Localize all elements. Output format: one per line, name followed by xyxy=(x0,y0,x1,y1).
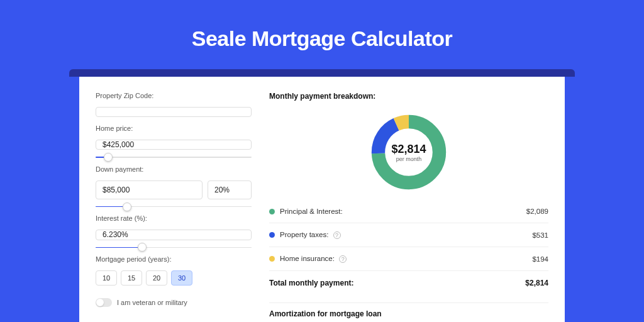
home-price-slider-thumb[interactable] xyxy=(104,153,113,162)
interest-rate-label: Interest rate (%): xyxy=(96,214,252,222)
line-label: Property taxes: ? xyxy=(280,231,532,239)
line-home-insurance: Home insurance: ? $194 xyxy=(269,255,548,263)
dot-icon xyxy=(269,209,275,214)
window-chrome xyxy=(69,69,575,77)
total-row: Total monthly payment: $2,814 xyxy=(269,279,548,287)
home-price-label: Home price: xyxy=(96,125,252,132)
down-payment-input[interactable]: $85,000 xyxy=(96,180,203,199)
down-payment-slider-thumb[interactable] xyxy=(123,203,131,211)
total-label: Total monthly payment: xyxy=(269,279,525,287)
veteran-toggle[interactable] xyxy=(96,298,112,307)
dot-icon xyxy=(269,232,275,238)
donut-center-value: $2,814 xyxy=(391,143,426,156)
period-buttons: 10 15 20 30 xyxy=(96,270,252,286)
amort-title: Amortization for mortgage loan xyxy=(269,309,548,318)
down-payment-slider[interactable] xyxy=(96,206,252,208)
divider xyxy=(269,270,548,271)
info-icon[interactable]: ? xyxy=(339,255,347,263)
line-amount: $531 xyxy=(532,231,548,239)
line-amount: $2,089 xyxy=(526,208,548,215)
veteran-label: I am veteran or military xyxy=(117,299,187,306)
period-label: Mortgage period (years): xyxy=(96,255,252,263)
dot-icon xyxy=(269,256,275,262)
period-btn-10[interactable]: 10 xyxy=(96,270,117,286)
breakdown-donut: $2,814 per month xyxy=(369,112,449,192)
divider xyxy=(269,247,548,247)
interest-rate-input[interactable]: 6.230% xyxy=(96,230,252,240)
interest-rate-slider[interactable] xyxy=(96,247,252,248)
interest-rate-slider-fill xyxy=(96,247,142,248)
home-price-input[interactable]: $425,000 xyxy=(96,140,252,150)
period-btn-20[interactable]: 20 xyxy=(146,270,167,286)
line-label: Principal & Interest: xyxy=(280,208,526,215)
interest-rate-slider-thumb[interactable] xyxy=(138,243,147,252)
breakdown-title: Monthly payment breakdown: xyxy=(269,92,548,101)
line-property-taxes: Property taxes: ? $531 xyxy=(269,231,548,239)
zip-input[interactable] xyxy=(96,107,252,117)
page-title: Seale Mortgage Calculator xyxy=(0,0,644,51)
donut-center-sub: per month xyxy=(396,156,422,162)
zip-label: Property Zip Code: xyxy=(96,92,252,99)
total-amount: $2,814 xyxy=(525,279,548,287)
home-price-slider[interactable] xyxy=(96,157,252,158)
period-btn-15[interactable]: 15 xyxy=(121,270,142,286)
divider xyxy=(269,303,548,303)
period-btn-30[interactable]: 30 xyxy=(171,270,192,286)
breakdown-lines: Principal & Interest: $2,089 Property ta… xyxy=(269,208,548,287)
line-amount: $194 xyxy=(532,255,548,263)
results-panel: Monthly payment breakdown: $2,814 per mo… xyxy=(269,92,548,307)
line-label: Home insurance: ? xyxy=(280,255,532,263)
line-principal-interest: Principal & Interest: $2,089 xyxy=(269,208,548,215)
divider xyxy=(269,223,548,223)
info-icon[interactable]: ? xyxy=(333,231,341,239)
down-payment-pct-input[interactable]: 20% xyxy=(208,180,252,199)
amortization-section: Amortization for mortgage loan Amortizat… xyxy=(269,301,548,322)
down-payment-label: Down payment: xyxy=(96,165,252,173)
calculator-card: Property Zip Code: Home price: $425,000 … xyxy=(79,77,565,322)
input-panel: Property Zip Code: Home price: $425,000 … xyxy=(96,92,252,307)
